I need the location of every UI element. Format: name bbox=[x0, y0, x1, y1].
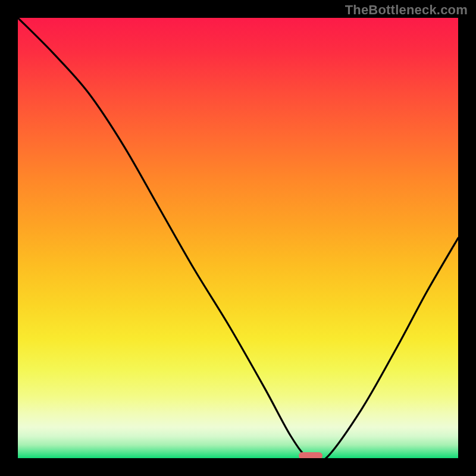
curve-path bbox=[18, 18, 458, 458]
watermark-text: TheBottleneck.com bbox=[345, 2, 468, 18]
bottleneck-curve bbox=[18, 18, 458, 458]
optimum-marker bbox=[299, 452, 323, 458]
chart-frame: TheBottleneck.com bbox=[0, 0, 476, 476]
plot-area bbox=[18, 18, 458, 458]
